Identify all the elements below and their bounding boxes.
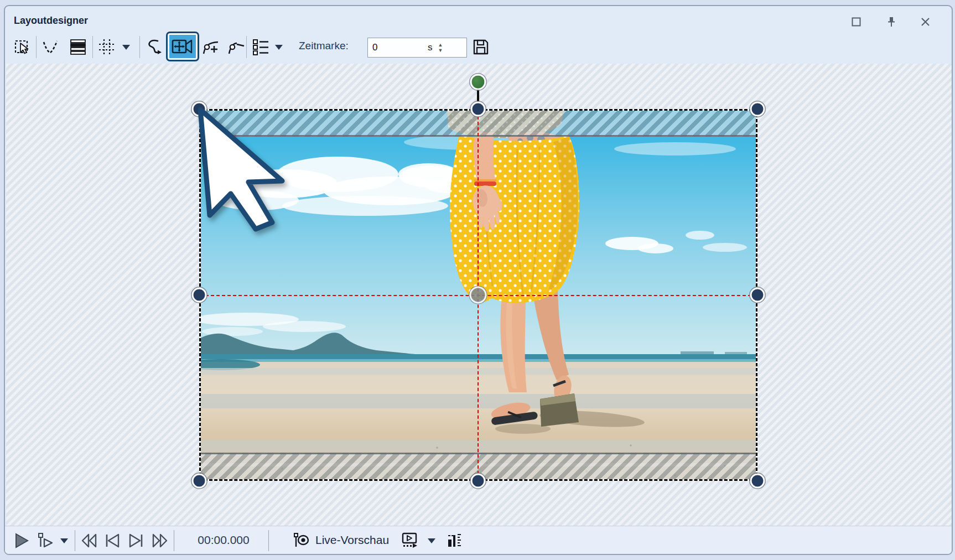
rotate-handle[interactable] xyxy=(470,74,486,90)
live-preview-button[interactable] xyxy=(292,531,312,551)
object-list-icon xyxy=(252,38,269,56)
pin-icon xyxy=(887,17,897,27)
maximize-icon xyxy=(852,17,861,27)
save-icon xyxy=(472,38,490,56)
preview-dropdown[interactable] xyxy=(424,531,439,551)
smooth-path-icon xyxy=(41,38,59,56)
bottombar-separator xyxy=(174,530,174,551)
skip-to-end-button[interactable] xyxy=(126,531,146,551)
camera-pan-icon xyxy=(170,35,195,58)
statistics-icon xyxy=(447,532,464,549)
close-button[interactable] xyxy=(918,15,932,28)
handle-top-center[interactable] xyxy=(471,102,486,117)
object-list-button[interactable] xyxy=(250,35,272,59)
bottombar-separator xyxy=(268,530,269,551)
handle-bottom-center[interactable] xyxy=(471,474,486,489)
toolbar-separator xyxy=(246,36,247,58)
grid-icon xyxy=(98,38,116,56)
select-tool-button[interactable] xyxy=(12,35,34,59)
time-display: 00:00.000 xyxy=(188,533,259,547)
pin-button[interactable] xyxy=(885,15,899,28)
add-keypoint-button[interactable] xyxy=(200,35,222,59)
skip-to-start-icon xyxy=(104,533,121,548)
live-preview-icon xyxy=(293,532,310,549)
zeitmarke-unit: s xyxy=(428,42,433,53)
handle-bottom-left[interactable] xyxy=(192,474,207,489)
zeitmarke-label: Zeitmarke: xyxy=(299,40,349,52)
window-title: Layoutdesigner xyxy=(14,15,88,27)
handle-center[interactable] xyxy=(470,287,487,304)
preview-monitor-icon xyxy=(401,532,419,549)
play-from-marker-icon xyxy=(38,532,54,549)
statistics-button[interactable] xyxy=(445,531,465,551)
motion-path-button[interactable] xyxy=(143,35,165,59)
layers-button[interactable] xyxy=(67,35,89,59)
play-button[interactable] xyxy=(12,531,32,551)
smooth-path-button[interactable] xyxy=(39,35,61,59)
toolbar-separator xyxy=(139,36,140,58)
remove-keypoint-button[interactable] xyxy=(225,35,247,59)
grid-button[interactable] xyxy=(96,35,118,59)
chevron-down-icon xyxy=(60,538,68,543)
rewind-icon xyxy=(80,533,98,548)
mouse-cursor-icon xyxy=(196,105,293,241)
motion-path-icon xyxy=(146,38,163,56)
remove-keypoint-icon xyxy=(227,38,246,56)
zeitmarke-spinner: ▲ ▼ xyxy=(438,43,443,53)
handle-top-right[interactable] xyxy=(750,102,765,117)
object-list-dropdown[interactable] xyxy=(272,35,286,59)
handle-bottom-right[interactable] xyxy=(750,474,765,489)
play-from-marker-button[interactable] xyxy=(36,531,56,551)
fast-forward-icon xyxy=(151,533,169,548)
playback-bar: 00:00.000 Live-Vorschau xyxy=(5,526,952,555)
title-bar: Layoutdesigner xyxy=(5,6,952,32)
select-tool-icon xyxy=(14,38,32,56)
spinner-down-icon[interactable]: ▼ xyxy=(438,48,443,53)
layout-designer-window: Layoutdesigner xyxy=(4,5,953,555)
skip-to-start-button[interactable] xyxy=(102,531,122,551)
fast-forward-button[interactable] xyxy=(150,531,170,551)
toolbar: Zeitmarke: s ▲ ▼ xyxy=(5,32,952,64)
skip-to-end-icon xyxy=(128,533,144,548)
layout-designer-app: Layoutdesigner xyxy=(0,0,955,560)
play-options-dropdown[interactable] xyxy=(57,531,71,551)
camera-pan-button[interactable] xyxy=(166,32,199,61)
add-keypoint-icon xyxy=(201,38,220,56)
zeitmarke-field: s ▲ ▼ xyxy=(367,38,467,58)
layers-icon xyxy=(69,39,87,55)
chevron-down-icon xyxy=(275,45,283,50)
live-preview-label: Live-Vorschau xyxy=(315,533,389,547)
chevron-down-icon xyxy=(428,538,435,543)
play-icon xyxy=(14,532,29,549)
maximize-button[interactable] xyxy=(849,15,863,28)
handle-middle-left[interactable] xyxy=(192,288,207,303)
rewind-button[interactable] xyxy=(79,531,99,551)
spinner-up-icon[interactable]: ▲ xyxy=(438,43,443,47)
save-button[interactable] xyxy=(470,35,492,59)
chevron-down-icon xyxy=(122,45,130,50)
preview-monitor-button[interactable] xyxy=(400,531,420,551)
bottombar-separator xyxy=(75,530,75,551)
layout-canvas[interactable] xyxy=(6,64,953,526)
handle-middle-right[interactable] xyxy=(750,288,765,303)
toolbar-separator xyxy=(36,36,37,58)
toolbar-separator xyxy=(92,36,93,58)
grid-dropdown[interactable] xyxy=(119,35,133,59)
close-icon xyxy=(921,17,930,27)
zeitmarke-input[interactable] xyxy=(372,42,428,53)
